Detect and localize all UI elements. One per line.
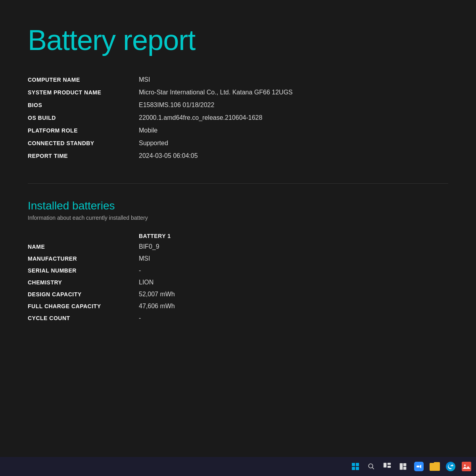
system-info-value: Supported: [139, 140, 168, 147]
svg-marker-9: [420, 464, 421, 468]
battery-data-value: BIF0_9: [139, 243, 159, 250]
installed-batteries-subtitle: Information about each currently install…: [28, 215, 448, 221]
system-info-row: CONNECTED STANDBYSupported: [28, 140, 448, 147]
svg-rect-8: [416, 466, 419, 468]
system-info-value: MSI: [139, 76, 150, 83]
battery-data-value: MSI: [139, 255, 150, 262]
svg-rect-3: [388, 463, 391, 465]
system-info-label: BIOS: [28, 102, 139, 108]
system-info-row: PLATFORM ROLEMobile: [28, 127, 448, 134]
photo-icon[interactable]: [461, 461, 472, 472]
system-info-row: OS BUILD22000.1.amd64fre.co_release.2106…: [28, 114, 448, 121]
system-info-value: Mobile: [139, 127, 157, 134]
battery-data-value: 47,606 mWh: [139, 303, 175, 310]
battery-data-label: MANUFACTURER: [28, 255, 139, 262]
system-info-table: COMPUTER NAMEMSISYSTEM PRODUCT NAMEMicro…: [28, 76, 448, 159]
battery-header-row: BATTERY 1: [28, 233, 448, 239]
svg-point-11: [464, 464, 466, 466]
battery-data-label: CYCLE COUNT: [28, 315, 139, 321]
svg-point-0: [369, 464, 373, 468]
system-info-value: 2024-03-05 06:04:05: [139, 152, 198, 159]
system-info-label: SYSTEM PRODUCT NAME: [28, 89, 139, 96]
battery-data-row: CHEMISTRYLION: [28, 279, 448, 286]
battery-data-value: LION: [139, 279, 154, 286]
battery-data-row: FULL CHARGE CAPACITY47,606 mWh: [28, 303, 448, 310]
system-info-value: 22000.1.amd64fre.co_release.210604-1628: [139, 114, 262, 121]
battery-header-cell: BATTERY 1: [139, 233, 258, 239]
svg-rect-7: [403, 467, 407, 470]
battery-data-label: SERIAL NUMBER: [28, 267, 139, 274]
battery-data-value: -: [139, 315, 141, 322]
edge-icon[interactable]: [445, 461, 456, 472]
system-info-label: OS BUILD: [28, 115, 139, 121]
folder-icon[interactable]: [429, 461, 440, 472]
system-info-row: REPORT TIME2024-03-05 06:04:05: [28, 152, 448, 159]
main-content: Battery report COMPUTER NAMEMSISYSTEM PR…: [0, 0, 476, 322]
battery-data-label: NAME: [28, 244, 139, 250]
system-info-label: COMPUTER NAME: [28, 77, 139, 83]
system-info-label: REPORT TIME: [28, 153, 139, 159]
taskbar: [0, 457, 476, 476]
windows-icon[interactable]: [350, 461, 361, 472]
task-view-icon[interactable]: [382, 461, 393, 472]
battery-data-label: FULL CHARGE CAPACITY: [28, 303, 139, 309]
svg-rect-10: [462, 462, 471, 471]
section-divider: [28, 183, 448, 184]
battery-data-row: MANUFACTURERMSI: [28, 255, 448, 262]
system-info-label: PLATFORM ROLE: [28, 127, 139, 134]
snap-layouts-icon[interactable]: [397, 461, 409, 472]
system-info-row: COMPUTER NAMEMSI: [28, 76, 448, 83]
battery-data-row: DESIGN CAPACITY52,007 mWh: [28, 291, 448, 298]
battery-data-row: SERIAL NUMBER-: [28, 267, 448, 274]
system-info-row: SYSTEM PRODUCT NAMEMicro-Star Internatio…: [28, 89, 448, 96]
system-info-row: BIOSE1583IMS.106 01/18/2022: [28, 102, 448, 109]
svg-rect-6: [403, 463, 407, 466]
search-icon[interactable]: [366, 461, 377, 472]
zoom-icon[interactable]: [413, 461, 424, 472]
system-info-value: E1583IMS.106 01/18/2022: [139, 102, 214, 109]
svg-rect-2: [384, 463, 387, 468]
svg-rect-5: [400, 463, 403, 470]
svg-line-1: [372, 467, 374, 469]
battery-label-spacer: [28, 233, 139, 239]
installed-batteries-title: Installed batteries: [28, 200, 448, 212]
system-info-value: Micro-Star International Co., Ltd. Katan…: [139, 89, 293, 96]
system-info-label: CONNECTED STANDBY: [28, 140, 139, 146]
battery-data-row: NAMEBIF0_9: [28, 243, 448, 250]
battery-data-value: -: [139, 267, 141, 274]
svg-rect-4: [388, 466, 391, 468]
page-title: Battery report: [28, 24, 448, 56]
battery-data-label: CHEMISTRY: [28, 279, 139, 286]
battery-data-row: CYCLE COUNT-: [28, 315, 448, 322]
battery-table: BATTERY 1 NAMEBIF0_9MANUFACTURERMSISERIA…: [28, 233, 448, 322]
battery-data-label: DESIGN CAPACITY: [28, 291, 139, 298]
battery-data-value: 52,007 mWh: [139, 291, 175, 298]
